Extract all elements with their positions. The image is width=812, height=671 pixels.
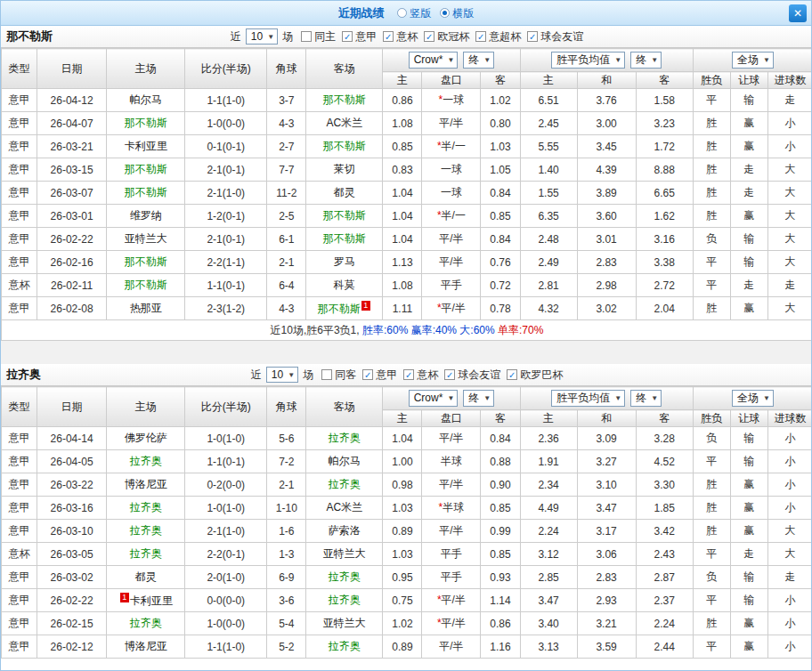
cell-handicap-result: 赢 (730, 205, 767, 228)
close-button[interactable]: ✕ (789, 4, 807, 22)
cell-handicap: *半/一 (422, 205, 481, 228)
cell-away-team: 莱切 (306, 158, 383, 182)
cell-handicap: 平/半 (422, 473, 481, 497)
cell-avg-draw: 3.21 (577, 612, 636, 635)
cell-handicap: 平/半 (422, 112, 481, 135)
column-header: 角球 (267, 387, 306, 427)
cell-handicap: 平手 (422, 566, 481, 589)
sub-column-header: 客 (481, 72, 520, 89)
cell-avg-away: 2.72 (636, 274, 693, 297)
cell-score: 0-2(0-0) (185, 473, 267, 497)
cell-away-team: 那不勒斯 (306, 89, 383, 112)
cell-home-team: 拉齐奥 (107, 612, 185, 635)
filter-checkbox[interactable]: ✓意甲 (342, 29, 377, 44)
cell-winlose-result: 平 (693, 251, 730, 274)
dropdown-arrow-icon: ▼ (267, 33, 274, 41)
cell-score: 0-1(0-1) (185, 135, 267, 158)
cell-date: 26-02-22 (37, 228, 107, 251)
checkbox-icon: ✓ (475, 31, 486, 42)
title-area: 近期战绩 竖版横版 (338, 4, 474, 21)
cell-avg-home: 2.49 (520, 251, 577, 274)
checkbox-icon: ✓ (444, 369, 455, 380)
column-header: 比分(半场) (185, 49, 267, 89)
select-value: 终 (636, 391, 646, 406)
cell-away-odds: 0.93 (481, 566, 520, 589)
table-row: 意甲26-03-15那不勒斯2-1(0-1)7-7莱切0.83一球1.051.4… (2, 158, 812, 182)
filter-checkbox[interactable]: 同主 (301, 29, 336, 44)
near-label: 近 (231, 29, 241, 44)
cell-league-type: 意甲 (2, 228, 37, 251)
avg-time-select[interactable]: 终▼ (630, 390, 662, 407)
handicap-text: 平/半 (442, 594, 466, 606)
cell-goals-result: 小 (767, 635, 812, 659)
section-divider (1, 341, 811, 364)
filter-checkbox[interactable]: ✓意超杯 (475, 29, 521, 44)
cell-avg-draw: 2.98 (577, 274, 636, 297)
team-label: 拉齐奥 (130, 455, 162, 467)
filter-checkbox[interactable]: ✓欧罗巴杯 (507, 368, 563, 383)
dropdown-arrow-icon: ▼ (614, 394, 621, 402)
cell-handicap: 平/半 (422, 251, 481, 274)
summary-cell: 近10场,胜6平3负1, 胜率:60% 赢率:40% 大:60% 单率:70% (2, 320, 812, 341)
cell-avg-draw: 2.83 (577, 251, 636, 274)
avg-type-select[interactable]: 胜平负均值▼ (551, 52, 625, 69)
odds-company-select[interactable]: Crow*▼ (409, 52, 459, 69)
checkbox-label: 球会友谊 (540, 29, 583, 44)
cell-home-team: 佛罗伦萨 (107, 427, 185, 450)
layout-radio-1[interactable] (440, 8, 450, 18)
team-label: 佛罗伦萨 (125, 432, 167, 444)
cell-goals-result: 小 (767, 135, 812, 158)
cell-goals-result: 小 (767, 450, 812, 473)
team-label: 科莫 (334, 279, 355, 291)
cell-handicap-result: 输 (730, 251, 767, 274)
avg-time-select[interactable]: 终▼ (630, 52, 662, 69)
cell-avg-home: 6.35 (520, 205, 577, 228)
cell-date: 26-02-16 (37, 251, 107, 274)
scope-select[interactable]: 全场▼ (732, 390, 774, 407)
cell-handicap-result: 走 (730, 158, 767, 182)
filter-checkbox[interactable]: ✓意杯 (403, 368, 438, 383)
cell-date: 26-02-22 (37, 589, 107, 612)
odds-time-select[interactable]: 终▼ (463, 52, 494, 69)
cell-date: 26-04-14 (37, 427, 107, 450)
cell-goals-result: 大 (767, 251, 812, 274)
cell-winlose-result: 胜 (693, 297, 730, 320)
odds-company-header: Crow*▼终▼ (383, 387, 520, 410)
cell-home-odds: 1.11 (383, 297, 422, 320)
table-row: 意甲26-04-05拉齐奥1-1(0-1)7-2帕尔马1.00半球0.881.9… (2, 450, 812, 473)
cell-home-team: 那不勒斯 (107, 251, 185, 274)
team-label: 罗马 (334, 255, 355, 268)
layout-radio-0[interactable] (397, 8, 407, 18)
cell-avg-draw: 3.89 (577, 182, 636, 205)
filter-checkbox[interactable]: ✓意杯 (383, 29, 418, 44)
filter-checkbox[interactable]: ✓球会友谊 (444, 368, 500, 383)
cell-handicap: 平手 (422, 543, 481, 566)
team-name: 拉齐奥 (6, 367, 41, 383)
cell-handicap-result: 走 (730, 274, 767, 297)
cell-away-odds: 0.99 (481, 520, 520, 543)
odds-time-select[interactable]: 终▼ (463, 390, 494, 407)
cell-league-type: 意甲 (2, 205, 37, 228)
cell-home-odds: 0.95 (383, 566, 422, 589)
cell-handicap-result: 赢 (730, 135, 767, 158)
filter-checkbox[interactable]: 同客 (321, 368, 356, 383)
matches-label: 场 (303, 368, 313, 383)
recent-count-select[interactable]: 10▼ (246, 28, 278, 44)
recent-count-select[interactable]: 10▼ (266, 367, 298, 383)
cell-goals-result: 小 (767, 473, 812, 497)
column-header: 日期 (37, 49, 107, 89)
cell-away-team: 拉齐奥 (306, 566, 383, 589)
scope-header: 全场▼ (693, 49, 812, 72)
team-label: 拉齐奥 (130, 524, 162, 537)
cell-home-odds: 1.03 (383, 497, 422, 520)
odds-company-select[interactable]: Crow*▼ (409, 390, 459, 407)
filter-checkbox[interactable]: ✓球会友谊 (527, 29, 583, 44)
filter-checkbox[interactable]: ✓欧冠杯 (424, 29, 469, 44)
avg-type-select[interactable]: 胜平负均值▼ (551, 390, 625, 407)
title-bar: 近期战绩 竖版横版 ✕ (1, 1, 811, 26)
sub-column-header: 客 (481, 410, 520, 427)
filter-checkbox[interactable]: ✓意甲 (362, 368, 397, 383)
scope-select[interactable]: 全场▼ (732, 52, 774, 69)
cell-corner: 2-1 (267, 473, 306, 497)
cell-goals-result: 小 (767, 112, 812, 135)
